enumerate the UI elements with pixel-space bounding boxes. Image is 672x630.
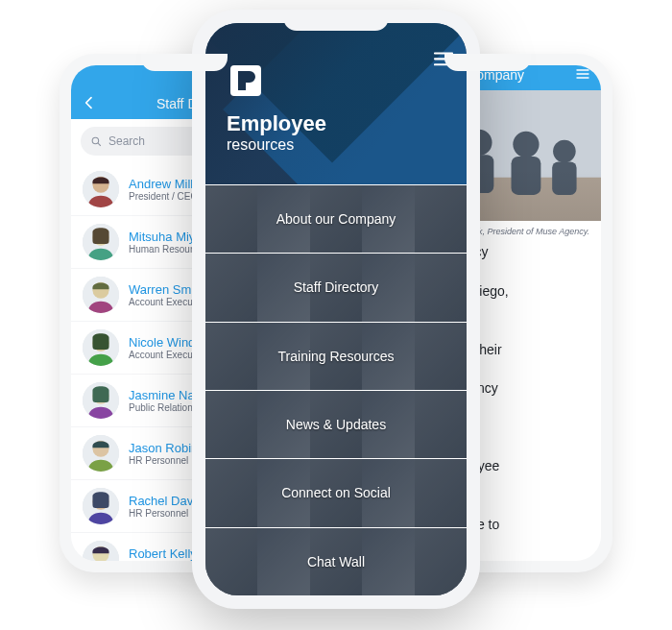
back-icon[interactable]	[81, 94, 98, 111]
svg-point-0	[92, 137, 99, 144]
phone-main-menu: Employee resources About our CompanyStaf…	[192, 10, 480, 609]
svg-line-1	[98, 143, 101, 146]
avatar	[83, 329, 119, 366]
menu-item-chat-wall[interactable]: Chat Wall	[205, 527, 467, 595]
hero-title-line2: resources	[227, 136, 326, 154]
svg-rect-33	[248, 83, 255, 90]
avatar	[83, 435, 119, 472]
avatar	[83, 541, 119, 561]
avatar	[83, 277, 119, 313]
avatar	[83, 224, 119, 260]
menu-item-label: About our Company	[276, 211, 396, 227]
hero-title-line1: Employee	[227, 111, 326, 136]
phone-notch	[283, 10, 389, 31]
staff-name: Robert Kelly	[129, 546, 197, 561]
phone-notch	[444, 54, 531, 71]
search-placeholder: Search	[108, 134, 145, 148]
search-icon	[90, 135, 103, 148]
menu-item-news-updates[interactable]: News & Updates	[205, 390, 467, 458]
menu-item-connect-on-social[interactable]: Connect on Social	[205, 458, 467, 526]
menu-item-about-our-company[interactable]: About our Company	[205, 184, 467, 253]
main-menu-list: About our CompanyStaff DirectoryTraining…	[205, 184, 467, 595]
svg-point-30	[553, 140, 576, 163]
menu-item-label: Training Resources	[278, 349, 395, 364]
hero-header: Employee resources	[205, 23, 467, 184]
avatar	[83, 488, 119, 524]
hamburger-icon[interactable]	[574, 65, 591, 83]
menu-item-staff-directory[interactable]: Staff Directory	[205, 253, 467, 321]
phone-notch	[141, 54, 228, 71]
avatar	[83, 171, 119, 207]
svg-point-28	[513, 132, 539, 158]
menu-item-label: Staff Directory	[294, 279, 378, 295]
avatar	[83, 382, 119, 419]
svg-rect-29	[512, 157, 541, 195]
menu-item-label: Chat Wall	[307, 554, 365, 569]
menu-item-label: News & Updates	[286, 417, 386, 432]
menu-item-label: Connect on Social	[281, 485, 391, 500]
app-logo	[227, 61, 265, 100]
menu-item-training-resources[interactable]: Training Resources	[205, 322, 467, 390]
svg-rect-31	[552, 161, 576, 194]
